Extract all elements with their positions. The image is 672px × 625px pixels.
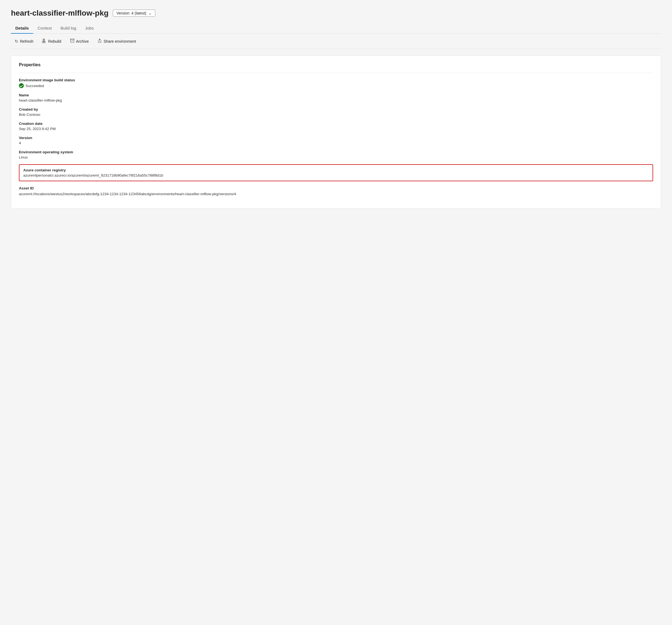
svg-rect-3: [43, 39, 45, 40]
version-property-label: Version: [19, 136, 653, 140]
version-label: Version: 4 (latest): [116, 11, 146, 15]
properties-card: Properties Environment image build statu…: [11, 55, 661, 209]
created-by-value: Bob Contoso: [19, 113, 653, 117]
registry-value: azuremlpersonalcr.azurecr.io/azureml/azu…: [23, 173, 649, 177]
rebuild-icon: [42, 39, 47, 44]
rebuild-button[interactable]: Rebuild: [38, 37, 65, 45]
share-icon: [97, 39, 102, 44]
version-group: Version 4: [19, 136, 653, 145]
asset-id-group: Asset ID azureml://locations/westus2/wor…: [19, 186, 653, 197]
page-header: heart-classifier-mlflow-pkg Version: 4 (…: [11, 9, 661, 18]
svg-rect-2: [43, 40, 45, 41]
build-status-group: Environment image build status Succeeded: [19, 78, 653, 88]
os-label: Environment operating system: [19, 150, 653, 154]
properties-divider: [19, 73, 653, 73]
success-icon: [19, 83, 24, 88]
svg-rect-0: [43, 41, 44, 43]
archive-button[interactable]: Archive: [66, 37, 93, 45]
page-title: heart-classifier-mlflow-pkg: [11, 9, 109, 18]
version-property-value: 4: [19, 141, 653, 145]
tab-context[interactable]: Context: [33, 23, 56, 34]
refresh-button[interactable]: ↻ Refresh: [11, 37, 37, 45]
toolbar: ↻ Refresh Rebuild Arc: [11, 34, 661, 49]
refresh-icon: ↻: [15, 39, 18, 44]
os-group: Environment operating system Linux: [19, 150, 653, 159]
azure-registry-group: Azure container registry azuremlpersonal…: [19, 164, 653, 181]
os-value: Linux: [19, 155, 653, 159]
svg-rect-4: [70, 39, 74, 40]
tab-jobs[interactable]: Jobs: [80, 23, 98, 34]
created-by-label: Created by: [19, 107, 653, 112]
creation-date-label: Creation date: [19, 122, 653, 126]
properties-title: Properties: [19, 63, 653, 67]
asset-id-label: Asset ID: [19, 186, 653, 190]
tabs-container: Details Context Build log Jobs: [11, 23, 661, 34]
build-status-label: Environment image build status: [19, 78, 653, 82]
chevron-down-icon: ⌄: [148, 11, 152, 15]
creation-date-value: Sep 25, 2023 8:42 PM: [19, 127, 653, 131]
name-label: Name: [19, 93, 653, 97]
creation-date-group: Creation date Sep 25, 2023 8:42 PM: [19, 122, 653, 131]
name-value: heart-classifier-mlflow-pkg: [19, 98, 653, 102]
asset-id-value: azureml://locations/westus2/workspaces/a…: [19, 191, 653, 197]
name-group: Name heart-classifier-mlflow-pkg: [19, 93, 653, 102]
tab-details[interactable]: Details: [11, 23, 33, 34]
version-dropdown[interactable]: Version: 4 (latest) ⌄: [113, 9, 155, 17]
registry-label: Azure container registry: [23, 168, 649, 172]
tab-build-log[interactable]: Build log: [56, 23, 81, 34]
svg-rect-1: [44, 41, 45, 43]
build-status-row: Succeeded: [19, 83, 653, 88]
page-container: heart-classifier-mlflow-pkg Version: 4 (…: [0, 0, 672, 625]
share-button[interactable]: Share environment: [94, 37, 140, 45]
created-by-group: Created by Bob Contoso: [19, 107, 653, 117]
archive-icon: [70, 39, 74, 44]
build-status-value: Succeeded: [25, 84, 44, 88]
